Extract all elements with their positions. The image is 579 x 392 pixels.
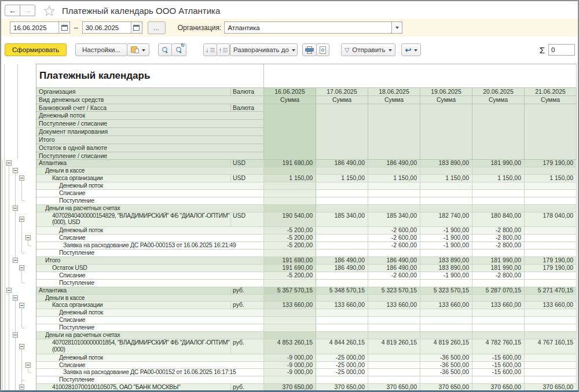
find-button[interactable] xyxy=(158,43,172,56)
tree-line xyxy=(22,283,25,283)
tree-expander[interactable] xyxy=(19,384,24,390)
table-row: Деньги в кассе xyxy=(36,295,577,302)
tree-expander[interactable] xyxy=(25,362,31,368)
tree-line xyxy=(21,390,22,391)
date-column-header[interactable]: 19.06.2025 xyxy=(420,88,472,96)
tree-expander[interactable] xyxy=(13,206,18,211)
tree-line xyxy=(9,166,9,287)
date-column-header[interactable]: 17.06.2025 xyxy=(316,88,368,96)
filter-bar: – ... Организация: xyxy=(0,19,579,36)
header-row: ОрганизацияВалюта16.06.202517.06.202518.… xyxy=(36,88,577,96)
table-row: Деньги в кассе xyxy=(36,167,577,175)
chevron-down-icon xyxy=(142,49,145,53)
table-row: Итого191 690,00186 490,00186 490,00183 8… xyxy=(36,257,577,265)
expand-groups-button[interactable]: ↑ xyxy=(217,43,230,56)
date-column-header[interactable]: 20.06.2025 xyxy=(472,88,525,96)
print-icon xyxy=(305,46,314,54)
print-button[interactable] xyxy=(302,43,317,56)
date-from-calendar-button[interactable] xyxy=(58,22,69,33)
calendar-icon xyxy=(133,25,140,31)
tree-line xyxy=(21,181,22,200)
print-preview-button[interactable] xyxy=(316,43,329,56)
table-row: Деньги на расчетных счетах xyxy=(36,332,577,339)
send-button[interactable]: ▽ Отправить xyxy=(341,43,396,56)
tree-line xyxy=(15,173,16,206)
tree-line xyxy=(28,372,31,373)
chevron-down-icon xyxy=(292,49,295,53)
tree-expander[interactable] xyxy=(19,217,24,222)
tree-line xyxy=(21,222,22,253)
tree-expander[interactable] xyxy=(13,258,18,263)
table-row: Денежный поток-9 000,00-25 000,00-36 500… xyxy=(36,354,577,362)
organization-combo xyxy=(224,21,402,34)
collapse-arrow-icon: ↓ xyxy=(206,47,209,53)
table-row: Касса организацииUSD1 150,001 150,001 15… xyxy=(36,175,577,182)
table-row: Денежный поток xyxy=(36,182,577,190)
search-icon xyxy=(161,46,169,54)
table-row: Списание xyxy=(36,190,577,197)
tree-line xyxy=(22,200,25,201)
undo-button[interactable]: ↩ xyxy=(401,43,421,56)
print-preview-icon xyxy=(320,46,326,54)
tree-line xyxy=(21,349,22,385)
tree-expander[interactable] xyxy=(13,295,18,301)
find-next-button[interactable]: ↻ xyxy=(171,43,186,56)
more-periods-button[interactable]: ... xyxy=(148,21,166,34)
tree-expander[interactable] xyxy=(19,303,24,308)
send-icon: ▽ xyxy=(345,47,349,53)
expand-to-button[interactable]: Разворачивать до xyxy=(230,43,298,56)
calendar-icon xyxy=(61,25,68,31)
table-row: Заявка на расходование ДС РА00-000153 от… xyxy=(36,242,577,250)
table-row: Деньги на расчетных счетах xyxy=(36,205,577,213)
expand-arrow-icon: ↑ xyxy=(219,47,222,53)
tree-line xyxy=(5,160,5,391)
settings-button[interactable]: Настройки... xyxy=(75,43,127,56)
tree-line xyxy=(15,211,16,258)
report-title-row: Платежный календарь xyxy=(36,64,577,88)
table-row: Списание-9 000,00-25 000,00-36 500,00-15… xyxy=(36,362,577,369)
organization-dropdown-button[interactable] xyxy=(392,21,402,34)
date-column-header[interactable]: 18.06.2025 xyxy=(368,88,420,96)
table-row: Поступление xyxy=(36,280,577,287)
expand-to-label: Разворачивать до xyxy=(233,46,289,53)
organization-input[interactable] xyxy=(224,21,392,34)
table-row: Атлантикаруб.5 357 570,155 348 570,155 3… xyxy=(36,287,577,295)
tree-line xyxy=(17,64,18,159)
tree-expander[interactable] xyxy=(13,168,18,173)
tree-expander[interactable] xyxy=(6,160,12,166)
table-row: АтлантикаUSD191 690,00186 490,00186 490,… xyxy=(36,160,577,167)
tree-expander[interactable] xyxy=(6,288,12,293)
tree-expander[interactable] xyxy=(19,344,24,349)
report-variants-button[interactable] xyxy=(127,43,149,56)
table-row: Списание-5 200,00-2 600,00-1 900,00-2 80… xyxy=(36,272,577,280)
tree-expander[interactable] xyxy=(25,235,31,240)
date-to-calendar-button[interactable] xyxy=(131,22,142,33)
grouping-tree xyxy=(0,0,36,392)
tree-expander[interactable] xyxy=(19,265,24,270)
table-row: Поступление xyxy=(36,250,577,257)
table-row: Остаток USD191 690,00186 490,00186 490,0… xyxy=(36,265,577,272)
report-variants-icon xyxy=(131,46,140,54)
collapse-groups-button[interactable]: ↓ xyxy=(203,43,217,56)
favorite-star-icon[interactable] xyxy=(43,5,55,16)
date-column-header[interactable]: 21.06.2025 xyxy=(525,88,577,96)
tree-line xyxy=(28,368,28,372)
table-row: Поступление xyxy=(36,376,577,384)
date-column-header[interactable]: 16.06.2025 xyxy=(264,88,316,96)
title-bar: ← → Платежный календарь ООО Атлантика xyxy=(0,0,579,19)
header-row: Вид денежных средствСуммаСуммаСуммаСумма… xyxy=(36,96,577,104)
table-row: Списание xyxy=(36,317,577,324)
report-title: Платежный календарь xyxy=(36,64,264,88)
tree-expander[interactable] xyxy=(19,175,24,181)
tree-line xyxy=(2,160,3,391)
date-to-input[interactable] xyxy=(83,22,131,33)
page-title: Платежный календарь ООО Атлантика xyxy=(62,6,220,16)
list-lines-icon xyxy=(210,48,215,52)
chevron-down-icon xyxy=(395,27,399,31)
tree-expander[interactable] xyxy=(13,332,18,338)
autosum-field[interactable] xyxy=(548,44,575,56)
list-lines-icon xyxy=(223,48,228,52)
tree-line xyxy=(15,301,16,333)
payment-calendar-grid: Платежный календарьОрганизацияВалюта16.0… xyxy=(36,64,577,391)
header-row: Банковский счет / КассаВалюта xyxy=(36,104,577,112)
